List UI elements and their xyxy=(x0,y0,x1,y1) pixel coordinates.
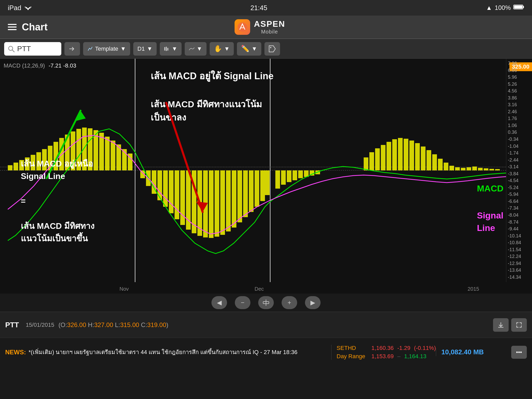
price-label: -1.74 xyxy=(508,150,530,156)
day-range-high: 1,164.13 xyxy=(404,353,427,360)
macd-chart-label: MACD xyxy=(477,183,503,194)
template-label: Template xyxy=(95,45,118,52)
day-range-low: 1,153.69 xyxy=(371,353,394,360)
svg-rect-78 xyxy=(421,147,425,170)
header-left: Chart xyxy=(8,22,48,33)
crosshair-button[interactable]: ✋ ▼ xyxy=(210,42,234,56)
svg-rect-71 xyxy=(381,145,385,170)
svg-line-6 xyxy=(12,50,14,52)
sethd-pct: (-0.11%) xyxy=(414,345,436,351)
price-label: 5.26 xyxy=(508,82,530,87)
search-input[interactable] xyxy=(17,45,54,53)
more-button[interactable]: ••• xyxy=(511,346,527,359)
app-header: Chart ASPEN Mobile xyxy=(0,16,532,39)
price-label: -3.84 xyxy=(508,171,530,177)
svg-rect-83 xyxy=(449,166,454,170)
download-icon-btn[interactable] xyxy=(493,318,509,332)
price-axis: 7.36 6.66 5.96 5.26 4.56 3.86 3.16 2.46 … xyxy=(506,59,532,282)
chart-type-chevron-icon: ▼ xyxy=(172,45,177,52)
price-label: 0.36 xyxy=(508,130,530,135)
svg-rect-61 xyxy=(281,170,286,185)
macd-params: MACD (12,26,9) xyxy=(4,62,45,69)
svg-rect-90 xyxy=(489,169,494,170)
svg-rect-74 xyxy=(398,138,403,170)
status-left: iPad xyxy=(8,4,32,12)
annotation-macd-trend-down: เส้น MACD มีทิศทางแนวโน้ม เป็นขาลง xyxy=(151,98,262,124)
price-label: -10.14 xyxy=(508,233,530,239)
price-label: 3.16 xyxy=(508,102,530,108)
nav-zoom-in-button[interactable]: + xyxy=(282,296,297,309)
page-title: Chart xyxy=(22,22,48,33)
draw-button[interactable]: ✏️ ▼ xyxy=(237,42,261,56)
price-label: -8.04 xyxy=(508,212,530,218)
status-time: 21:45 xyxy=(250,4,267,12)
price-label: 1.06 xyxy=(508,123,530,128)
svg-rect-56 xyxy=(249,170,254,212)
svg-rect-55 xyxy=(243,170,248,217)
search-submit-button[interactable] xyxy=(64,42,80,56)
svg-rect-75 xyxy=(404,139,408,170)
price-label: 4.56 xyxy=(508,88,530,94)
ohlc-date: 15/01/2015 xyxy=(26,322,54,328)
svg-rect-31 xyxy=(99,133,104,170)
svg-rect-73 xyxy=(392,139,397,170)
svg-point-10 xyxy=(270,47,271,48)
svg-rect-87 xyxy=(472,167,477,170)
svg-rect-49 xyxy=(209,170,214,238)
annotation-macd-above-signal: เส้น MACD อยู่เหนือ Signal Line = เส้น M… xyxy=(21,157,95,245)
price-label: 1.76 xyxy=(508,116,530,121)
line-type-button[interactable]: ▼ xyxy=(185,42,207,56)
sethd-value: 1,160.36 xyxy=(371,345,394,351)
nav-next-button[interactable]: ▶ xyxy=(305,296,321,309)
logo-name: ASPEN xyxy=(254,19,285,29)
chart-type-button[interactable]: ▼ xyxy=(160,42,182,56)
nav-fit-button[interactable] xyxy=(258,296,274,309)
wifi-icon xyxy=(24,4,32,12)
svg-rect-50 xyxy=(215,170,219,237)
svg-rect-54 xyxy=(237,170,242,222)
svg-rect-32 xyxy=(105,137,110,170)
ohlc-bar: PTT 15/01/2015 (O:326.00 H:327.00 L:315.… xyxy=(0,312,532,338)
price-label: -12.94 xyxy=(508,261,530,266)
battery-icon xyxy=(513,4,524,11)
svg-rect-69 xyxy=(369,152,374,170)
svg-rect-59 xyxy=(265,170,270,195)
macd-values: -7.21 -8.03 xyxy=(49,62,76,69)
svg-rect-41 xyxy=(163,170,168,207)
day-range-row: Day Range 1,153.69 – 1,164.13 xyxy=(337,353,436,360)
svg-rect-89 xyxy=(484,168,488,170)
ohlc-symbol: PTT xyxy=(5,321,19,329)
annotation-macd-below-signal: เส้น MACD อยู่ใต้ Signal Line xyxy=(151,69,274,83)
svg-rect-91 xyxy=(495,169,500,170)
svg-rect-51 xyxy=(220,170,225,235)
svg-rect-82 xyxy=(444,163,448,170)
price-label: -5.94 xyxy=(508,192,530,197)
price-label: -11.54 xyxy=(508,247,530,252)
svg-rect-76 xyxy=(409,141,414,170)
search-box[interactable] xyxy=(4,42,61,56)
menu-button[interactable] xyxy=(8,24,17,30)
template-button[interactable]: Template ▼ xyxy=(83,42,130,56)
nav-prev-button[interactable]: ◀ xyxy=(211,296,227,309)
nav-bar: ◀ − + ▶ xyxy=(0,294,532,312)
fullscreen-icon-btn[interactable] xyxy=(511,318,527,332)
svg-rect-53 xyxy=(232,170,236,228)
price-label: 7.36 xyxy=(508,61,530,66)
svg-rect-77 xyxy=(415,143,420,170)
macd-label: MACD (12,26,9) -7.21 -8.03 xyxy=(4,62,76,69)
timeline-dec: Dec xyxy=(255,286,264,292)
svg-rect-68 xyxy=(364,157,368,170)
battery-label: 100% xyxy=(495,4,511,11)
svg-rect-63 xyxy=(292,170,297,180)
svg-rect-86 xyxy=(467,167,471,170)
market-data: SETHD 1,160.36 -1.29 (-0.11%) Day Range … xyxy=(331,345,436,360)
ohlc-values: (O:326.00 H:327.00 L:315.00 C:319.00) xyxy=(58,321,168,329)
price-label: 2.46 xyxy=(508,109,530,115)
tag-button[interactable] xyxy=(264,42,280,56)
price-label: -5.24 xyxy=(508,185,530,190)
sethd-change: -1.29 xyxy=(397,345,410,351)
period-button[interactable]: D1 ▼ xyxy=(133,42,157,56)
nav-zoom-out-button[interactable]: − xyxy=(235,296,250,309)
toolbar: Template ▼ D1 ▼ ▼ ▼ ✋ ▼ ✏️ ▼ xyxy=(0,39,532,59)
price-label: -3.14 xyxy=(508,164,530,170)
